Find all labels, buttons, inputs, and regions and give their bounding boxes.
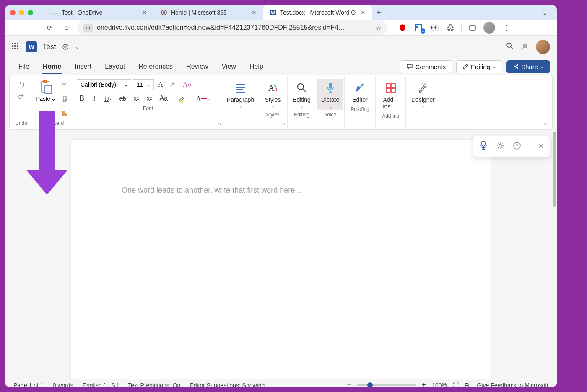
tab-references[interactable]: References: [132, 59, 179, 74]
superscript-button[interactable]: x2: [144, 93, 154, 104]
tab-view[interactable]: View: [215, 59, 243, 74]
addins-button[interactable]: Add-ins: [379, 79, 403, 111]
fit-icon[interactable]: ⛶: [453, 382, 459, 387]
undo-button[interactable]: [15, 79, 28, 90]
word-app-icon[interactable]: W: [26, 41, 37, 52]
comments-button[interactable]: Comments: [400, 60, 452, 73]
dictate-settings-icon[interactable]: [496, 142, 504, 152]
window-maximize[interactable]: [28, 10, 33, 15]
save-status-icon[interactable]: [62, 43, 69, 51]
dictate-close-icon[interactable]: ✕: [538, 142, 544, 150]
address-bar[interactable]: ⊶ onedrive.live.com/edit?action=editnew&…: [77, 20, 387, 35]
editing-mode-button[interactable]: Editing ⌄: [456, 60, 502, 73]
close-icon[interactable]: ✕: [251, 8, 257, 17]
ublock-icon[interactable]: [397, 23, 408, 33]
extension-icon-2[interactable]: 👀: [429, 23, 439, 33]
tab-review[interactable]: Review: [179, 59, 215, 74]
format-painter-button[interactable]: [58, 108, 70, 119]
shrink-font-button[interactable]: Aˇ: [169, 80, 179, 90]
new-tab-button[interactable]: +: [372, 6, 385, 20]
user-avatar[interactable]: [536, 40, 550, 54]
svg-point-12: [514, 66, 516, 67]
close-icon[interactable]: ✕: [360, 8, 366, 17]
tab-help[interactable]: Help: [243, 59, 270, 74]
font-size-select[interactable]: 11⌄: [133, 79, 154, 90]
group-label-undo: Undo: [15, 119, 27, 126]
zoom-out-button[interactable]: −: [347, 381, 351, 387]
bookmark-icon[interactable]: ☆: [376, 24, 382, 32]
zoom-in-button[interactable]: +: [422, 381, 426, 387]
tab-home[interactable]: Home: [36, 59, 68, 74]
settings-icon[interactable]: [521, 42, 529, 52]
editor-button[interactable]: Editor: [348, 79, 372, 105]
suggestions-indicator[interactable]: Editor Suggestions: Showing: [190, 382, 265, 387]
dictate-help-icon[interactable]: ?: [513, 142, 521, 152]
ribbon-expand-icon[interactable]: ⌄: [543, 119, 548, 126]
grow-font-button[interactable]: Aˆ: [156, 79, 167, 90]
predictions-indicator[interactable]: Text Predictions: On: [128, 382, 180, 387]
tab-file[interactable]: File: [12, 59, 36, 74]
share-button[interactable]: Share ⌄: [506, 60, 550, 73]
profile-avatar[interactable]: [483, 22, 495, 34]
browser-tab-word[interactable]: W Test.docx - Microsoft Word O ✕: [263, 5, 372, 20]
styles-dialog-launcher[interactable]: ↘: [282, 121, 286, 126]
share-label: Share: [521, 63, 538, 70]
font-dialog-launcher[interactable]: ↘: [218, 121, 221, 126]
svg-line-8: [511, 47, 513, 49]
sidepanel-icon[interactable]: [468, 23, 478, 33]
paste-button[interactable]: Paste⌄: [36, 79, 55, 102]
search-icon[interactable]: [506, 42, 514, 52]
window-close[interactable]: [10, 10, 16, 15]
home-button[interactable]: ⌂: [60, 22, 72, 34]
change-case-button[interactable]: Aa⌄: [157, 93, 173, 104]
tab-dropdown[interactable]: ⌄: [538, 6, 552, 19]
browser-menu-icon[interactable]: ⋮: [501, 21, 512, 34]
tab-insert[interactable]: Insert: [68, 59, 98, 74]
extensions-icon[interactable]: [445, 23, 455, 33]
extension-icon[interactable]: 4: [413, 23, 423, 33]
fit-label[interactable]: Fit: [465, 382, 471, 387]
editing-dropdown-button[interactable]: Editing ⌄: [288, 79, 315, 110]
feedback-link[interactable]: Give Feedback to Microsoft: [477, 382, 548, 387]
cut-button[interactable]: ✂: [58, 79, 70, 90]
title-dropdown[interactable]: ⌄: [75, 44, 79, 50]
bold-button[interactable]: B: [77, 93, 87, 104]
font-family-select[interactable]: Calibri (Body)⌄: [77, 79, 131, 90]
word-count[interactable]: 0 words: [53, 382, 73, 387]
close-icon[interactable]: ✕: [141, 8, 148, 17]
back-button[interactable]: ←: [10, 22, 22, 34]
italic-button[interactable]: I: [89, 93, 99, 104]
browser-tab-m365[interactable]: Home | Microsoft 365 ✕: [154, 5, 263, 20]
forward-button[interactable]: →: [27, 22, 39, 34]
window-minimize[interactable]: [19, 10, 24, 15]
zoom-value[interactable]: 100%: [432, 382, 447, 387]
language-indicator[interactable]: English (U.S.): [83, 382, 119, 387]
app-launcher-icon[interactable]: [12, 43, 20, 51]
dictate-mic-icon[interactable]: [479, 140, 488, 152]
editor-icon: [352, 80, 367, 95]
font-color-button[interactable]: A⌄: [194, 93, 213, 104]
reload-button[interactable]: ⟳: [44, 22, 55, 34]
redo-button[interactable]: [15, 91, 28, 102]
browser-tab-onedrive[interactable]: ☁️ Test - OneDrive ✕: [45, 5, 154, 20]
scrollbar-thumb[interactable]: [553, 132, 556, 207]
copy-button[interactable]: [58, 94, 70, 104]
zoom-slider[interactable]: [357, 384, 416, 386]
tab-layout[interactable]: Layout: [98, 59, 132, 74]
document-title[interactable]: Test: [43, 43, 56, 51]
site-settings-icon[interactable]: ⊶: [83, 24, 93, 32]
scrollbar[interactable]: [552, 130, 557, 281]
strikethrough-button[interactable]: ab: [117, 93, 129, 103]
dictate-button[interactable]: Dictate ⌄: [317, 79, 344, 110]
clear-formatting-button[interactable]: A⊘: [180, 79, 194, 90]
subscript-button[interactable]: x2: [131, 93, 141, 104]
group-label-addins: Add-ins: [382, 111, 399, 119]
document-page[interactable]: One word leads to another, write that fi…: [71, 140, 491, 387]
highlight-button[interactable]: ⌄: [176, 93, 191, 104]
styles-icon: A: [265, 80, 281, 95]
underline-button[interactable]: U⌄: [102, 93, 114, 104]
designer-button[interactable]: Designer ⌄: [407, 79, 439, 110]
page-indicator[interactable]: Page 1 of 1: [13, 382, 44, 387]
styles-button[interactable]: A Styles ⌄: [260, 79, 285, 110]
paragraph-button[interactable]: Paragraph ⌄: [223, 79, 258, 110]
